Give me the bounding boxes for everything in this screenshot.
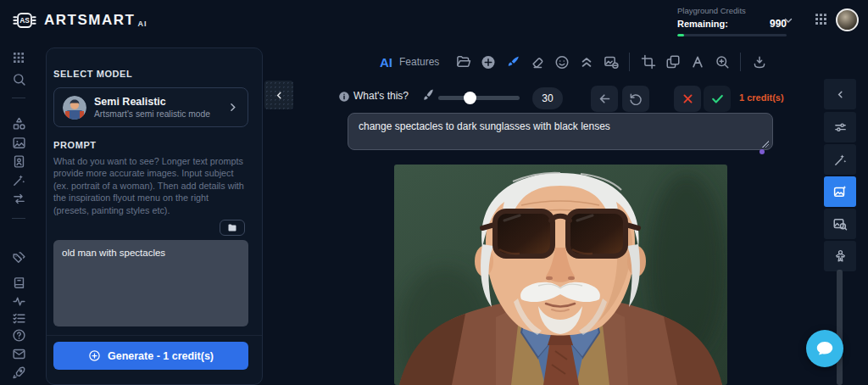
arrow-left-icon	[598, 92, 612, 106]
credits-title: Playground Credits	[677, 6, 787, 15]
brush-size-value: 30	[532, 87, 563, 109]
slider-knob[interactable]	[464, 92, 476, 104]
panel-collapse-button[interactable]	[264, 81, 293, 109]
playground-credits: Playground Credits Remaining: 990	[677, 6, 787, 36]
generate-button[interactable]: Generate - 1 credit(s)	[53, 342, 248, 370]
zoom-in-icon[interactable]	[715, 54, 730, 70]
upscale-chevrons-icon[interactable]	[579, 54, 594, 70]
model-thumbnail	[63, 96, 86, 120]
pose-tile[interactable]	[824, 241, 856, 271]
search-icon[interactable]	[11, 71, 26, 86]
top-bar: AS ARTSMARTAI Playground Credits Remaini…	[0, 0, 868, 41]
text-tool-icon[interactable]	[690, 54, 705, 70]
eraser-icon[interactable]	[530, 54, 545, 70]
mail-icon[interactable]	[11, 346, 26, 361]
apps-launcher-icon[interactable]	[814, 12, 828, 26]
generated-image[interactable]	[394, 165, 727, 385]
apply-edit-button[interactable]	[704, 86, 731, 112]
rail-divider	[12, 218, 25, 219]
info-icon[interactable]	[338, 91, 350, 103]
help-icon[interactable]	[11, 327, 26, 343]
sliders-icon	[833, 120, 848, 135]
credits-progress-bar	[677, 34, 787, 36]
download-icon[interactable]	[752, 54, 767, 70]
brush-size-icon	[420, 87, 437, 104]
prompt-library-button[interactable]	[220, 220, 245, 236]
prompt-help-text: What do you want to see? Longer text pro…	[53, 155, 247, 216]
plus-circle-icon	[88, 349, 101, 362]
image-sparkle-icon	[832, 184, 848, 199]
model-name: Semi Realistic	[94, 96, 226, 108]
smiley-icon[interactable]	[554, 54, 570, 70]
user-avatar[interactable]	[836, 8, 859, 31]
generation-panel: SELECT MODEL Semi Realistic Artsmart's	[46, 47, 263, 385]
shapes-icon[interactable]	[11, 115, 26, 131]
chevron-left-icon	[835, 89, 846, 100]
folder-open-icon[interactable]	[456, 54, 471, 70]
image-icon[interactable]	[11, 135, 26, 150]
artsmart-logo-icon: AS	[12, 8, 37, 33]
book-icon[interactable]	[11, 275, 26, 290]
select-model-label: SELECT MODEL	[53, 69, 132, 79]
panel-divider	[47, 335, 262, 336]
layers-icon[interactable]	[665, 54, 681, 70]
swap-arrows-icon[interactable]	[11, 191, 26, 206]
ai-label: AI	[380, 55, 392, 70]
back-button[interactable]	[591, 86, 618, 112]
edit-prompt-input[interactable]: change spectacles to dark sunglasses wit…	[348, 113, 773, 150]
rocket-icon[interactable]	[11, 365, 26, 380]
chat-widget-button[interactable]	[806, 330, 843, 367]
chevron-left-icon	[274, 90, 285, 101]
model-description: Artsmart's semi realistic mode	[94, 109, 226, 119]
credits-chevron-down-icon[interactable]	[782, 14, 794, 26]
cursor-dot	[760, 149, 765, 154]
magic-wand-icon[interactable]	[11, 172, 26, 187]
credits-remaining-label: Remaining:	[677, 19, 728, 29]
edit-credit-cost: 1 credit(s)	[739, 92, 784, 103]
textarea-resize-handle[interactable]	[762, 141, 769, 148]
crop-icon[interactable]	[641, 54, 656, 70]
chat-bubble-icon	[814, 338, 836, 360]
vertical-scrollbar[interactable]	[837, 270, 843, 385]
generate-label: Generate - 1 credit(s)	[108, 350, 214, 362]
rail-divider	[12, 98, 25, 98]
image-search-tile[interactable]	[824, 209, 856, 239]
toolbar-separator	[740, 53, 741, 71]
tags-icon[interactable]	[11, 249, 26, 265]
whats-this-label[interactable]: What's this?	[353, 90, 409, 102]
model-selector[interactable]: Semi Realistic Artsmart's semi realistic…	[53, 87, 248, 127]
brand-suffix: AI	[137, 20, 147, 28]
activity-icon[interactable]	[11, 293, 26, 309]
pose-person-icon	[833, 249, 848, 264]
image-enhance-tile[interactable]	[824, 176, 856, 207]
x-icon	[682, 92, 694, 105]
right-panel-collapse-button[interactable]	[824, 79, 856, 109]
svg-text:AS: AS	[19, 16, 30, 25]
prompt-label: PROMPT	[53, 140, 97, 150]
brush-tool-icon[interactable]	[505, 54, 520, 70]
toolbar-separator	[629, 53, 630, 71]
filters-tile[interactable]	[824, 112, 856, 142]
remove-background-icon[interactable]	[604, 54, 619, 70]
cancel-edit-button[interactable]	[674, 86, 701, 112]
folder-icon	[227, 223, 237, 233]
image-search-icon	[832, 216, 848, 232]
artsmart-playground: AS ARTSMARTAI Playground Credits Remaini…	[0, 0, 868, 385]
prompt-input[interactable]: old man with spectacles	[53, 240, 248, 326]
chevron-right-icon	[226, 101, 239, 114]
check-icon	[710, 92, 725, 106]
rotate-ccw-icon	[629, 92, 643, 106]
apps-grid-icon[interactable]	[11, 50, 26, 65]
features-toolbar: AI Features	[380, 47, 771, 77]
wand-sparkles-icon	[833, 153, 848, 167]
features-label: Features	[399, 56, 439, 68]
checklist-icon[interactable]	[11, 310, 26, 326]
brush-size-slider[interactable]	[438, 96, 520, 100]
portrait-card-icon[interactable]	[11, 153, 26, 169]
left-icon-rail	[0, 41, 38, 385]
magic-edit-tile[interactable]	[824, 144, 856, 175]
credits-progress-fill	[677, 34, 684, 36]
undo-button[interactable]	[622, 86, 649, 112]
brand-name: ARTSMARTAI	[44, 12, 147, 29]
add-circle-icon[interactable]	[481, 54, 496, 70]
